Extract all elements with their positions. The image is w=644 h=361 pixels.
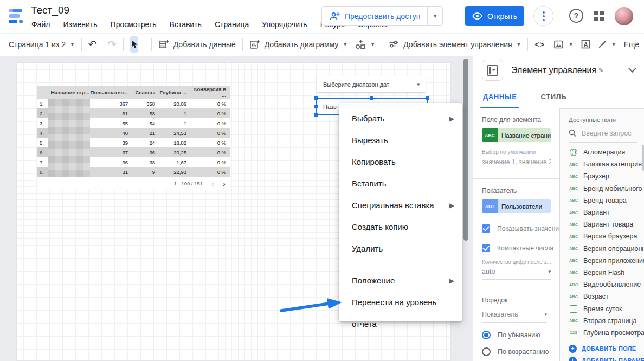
conversion-cell: 0 % [189,130,230,136]
table-widget[interactable]: Название стр... Пользовател... Сеансы Гл… [37,86,230,190]
help-icon[interactable]: ? [569,9,583,23]
menu-item[interactable]: Файл [31,20,50,29]
edit-pencil-icon[interactable]: ✎ [598,67,604,74]
next-page-icon[interactable]: › [223,179,226,188]
metric-chip[interactable]: AUT Пользователи [482,199,551,213]
context-menu-item[interactable]: Специальная вставка ▶ [339,195,462,216]
context-menu-item[interactable]: Выбрать ▶ [339,108,462,130]
add-parameter-button[interactable]: + ДОБАВИТЬ ПАРАМЕ... [569,354,644,361]
context-menu-item[interactable]: Создать копию ▶ [339,216,462,238]
add-field-button[interactable]: + ДОБАВИТЬ ПОЛЕ [569,343,644,354]
row-number: 6. [37,147,48,157]
context-menu-item[interactable]: Положение ▶ [339,270,462,292]
image-icon [553,40,564,49]
field-list-item[interactable]: Версия приложения [569,255,644,267]
field-list-scrollbar[interactable] [642,145,644,171]
checkbox-checked-icon[interactable] [482,244,490,252]
dimension-type-badge: ABC [482,128,498,142]
field-list-item[interactable]: Вариант [569,207,644,218]
field-type-icon [569,269,578,276]
compact-numbers-option[interactable]: Компактные числа [482,244,551,252]
tab-data[interactable]: ДАННЫЕ [483,86,517,108]
field-list-item[interactable]: Вторая страница [569,315,644,327]
selection-handle[interactable] [314,113,318,117]
field-list-item[interactable]: Вариант товара [569,218,644,230]
context-menu-item[interactable]: Удалить ▶ [339,238,462,260]
add-control-button[interactable]: Добавить элемент управления ▼ [389,40,521,49]
community-visualizations-button[interactable]: ▼ [355,39,375,50]
field-list-item[interactable]: Возраст [569,291,644,302]
field-list-item[interactable]: Глубина просмотра [569,327,644,339]
field-list-item[interactable]: Бренд товара [569,195,644,207]
radio-selected-icon[interactable] [482,331,491,339]
checkbox-checked-icon[interactable] [482,224,490,233]
share-dropdown-arrow[interactable]: ▼ [428,14,442,19]
view-button[interactable]: Открыть [465,6,524,26]
control-type-button[interactable] [482,60,503,81]
previous-page-icon[interactable]: ‹ [211,179,214,188]
selection-handle[interactable] [426,96,429,100]
select-tool-button[interactable] [130,36,138,53]
undo-button[interactable]: ↶ [88,39,97,49]
selection-handle[interactable] [370,96,373,100]
column-header[interactable]: Название стр... [48,89,90,95]
field-label: Глубина просмотра [583,329,644,337]
column-header[interactable]: Глубина ... [158,89,189,95]
add-data-button[interactable]: Добавить данные [158,39,236,49]
radio-unselected-icon[interactable] [482,347,491,356]
canvas-scrollbar[interactable] [463,59,468,241]
column-header[interactable]: Сеансы [132,89,158,95]
collapse-panel-icon[interactable] [628,65,636,73]
report-title[interactable]: Тест_09 [31,4,69,16]
field-list-item[interactable]: Агломерация [569,146,644,158]
field-list-item[interactable]: Версия Flash [569,267,644,279]
field-list-item[interactable]: Бренд мобильного у... [569,183,644,195]
context-menu-item[interactable]: Перенести на уровень отчета ▶ [339,292,462,313]
more-options-button[interactable] [533,6,553,26]
context-menu-item[interactable]: Копировать ▶ [339,151,462,173]
decimals-select[interactable]: auto ▾ [482,268,551,280]
menu-item[interactable]: Изменить [63,20,97,29]
insert-line-button[interactable]: ▼ [598,40,616,49]
add-chart-button[interactable]: Добавить диаграмму ▼ [249,39,348,49]
sort-descending-option[interactable]: По убыванию [482,331,551,339]
selection-handle[interactable] [314,96,318,100]
menu-item[interactable]: Вставить [170,20,202,29]
conversion-cell: 0 % [189,120,230,126]
apps-grid-icon[interactable] [594,11,605,22]
context-menu-item[interactable]: Вставить ▶ [339,173,462,195]
field-label: Возраст [583,293,609,300]
embed-url-button[interactable]: <> [534,40,544,49]
field-label: Вариант [583,209,610,216]
date-range-control[interactable]: Выберите диапазон дат ▾ [317,76,426,92]
tab-style[interactable]: СТИЛЬ [540,86,566,108]
insert-text-button[interactable]: A [581,39,591,49]
more-tools-button[interactable]: Ещё ▼ [624,40,644,49]
field-list-item[interactable]: Видеообъявление Tr... [569,279,644,291]
app-logo-icon[interactable] [8,8,25,25]
sort-ascending-option[interactable]: По возрастанию [482,347,551,356]
insert-image-button[interactable]: ▼ [553,40,574,49]
show-values-option[interactable]: Показывать значения [482,224,551,233]
selection-handle[interactable] [314,105,318,108]
default-selection-input[interactable]: значение 1, значение 2, знач [482,158,551,170]
context-menu-item[interactable]: Вырезать ▶ [339,130,462,151]
column-header[interactable]: Конверсия в ... [189,86,230,98]
share-button[interactable]: Предоставить доступ ▼ [321,6,443,26]
report-canvas[interactable]: Название стр... Пользовател... Сеансы Гл… [0,56,473,361]
dimension-chip[interactable]: ABC Название страни... [482,128,551,142]
field-list-item[interactable]: Версия браузера [569,230,644,242]
redo-button[interactable]: ↷ [108,39,117,49]
field-list-item[interactable]: Близкая категория (... [569,158,644,170]
menu-item[interactable]: Упорядочить [262,20,307,29]
user-avatar[interactable] [615,7,633,25]
order-select[interactable]: Показатель ▾ [482,311,547,323]
field-list-item[interactable]: Браузер [569,170,644,182]
field-list-item[interactable]: Время суток [569,302,644,314]
menu-item[interactable]: Просмотреть [111,20,157,29]
page-selector[interactable]: Страница 1 из 2 ▼ [9,40,75,49]
field-search-input[interactable]: Введите запрос [569,129,637,143]
menu-item[interactable]: Страница [215,20,249,29]
field-list-item[interactable]: Версия операционно.. [569,243,644,255]
column-header[interactable]: Пользовател... [90,89,132,95]
